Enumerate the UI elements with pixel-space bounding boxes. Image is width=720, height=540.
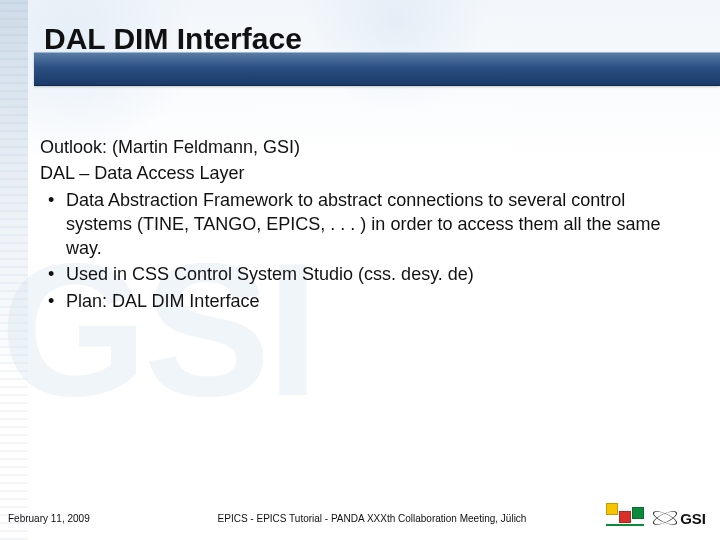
slide-body: Outlook: (Martin Feldmann, GSI) DAL – Da… — [40, 135, 690, 315]
slide: GSI DAL DIM Interface Outlook: (Martin F… — [0, 0, 720, 540]
footer-logos: GSI — [576, 508, 706, 528]
footer-date: February 11, 2009 — [8, 513, 178, 524]
side-strip-decoration — [0, 0, 28, 540]
gsi-orbit-icon — [652, 508, 678, 528]
gsi-logo-text: GSI — [680, 510, 706, 527]
body-line-dal: DAL – Data Access Layer — [40, 161, 690, 185]
footer: February 11, 2009 EPICS - EPICS Tutorial… — [0, 508, 720, 528]
gsi-logo: GSI — [652, 508, 706, 528]
footer-event: EPICS - EPICS Tutorial - PANDA XXXth Col… — [178, 513, 576, 524]
title-bar — [34, 52, 720, 86]
slide-title: DAL DIM Interface — [44, 22, 302, 56]
bullet-list: Data Abstraction Framework to abstract c… — [40, 188, 690, 313]
body-line-outlook: Outlook: (Martin Feldmann, GSI) — [40, 135, 690, 159]
bullet-item: Plan: DAL DIM Interface — [40, 289, 690, 313]
bullet-item: Used in CSS Control System Studio (css. … — [40, 262, 690, 286]
panda-logo-icon — [606, 511, 644, 526]
bullet-item: Data Abstraction Framework to abstract c… — [40, 188, 690, 261]
